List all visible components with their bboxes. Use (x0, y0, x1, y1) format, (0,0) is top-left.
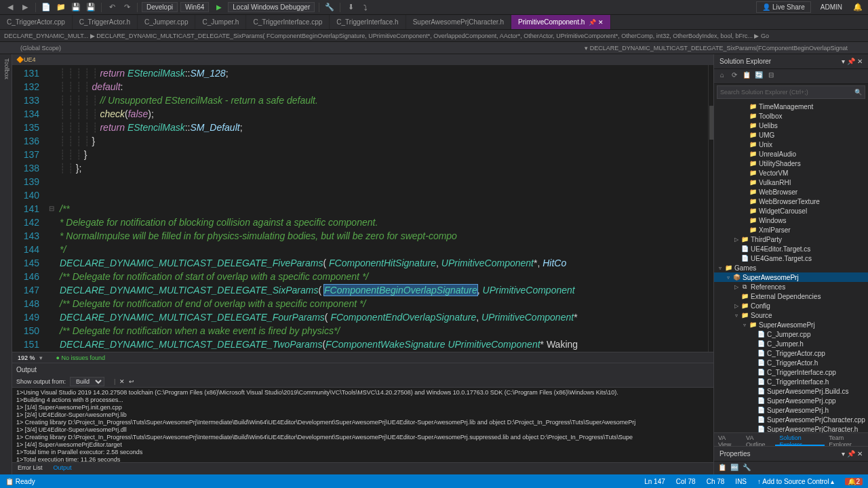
redo-icon[interactable]: ↷ (121, 1, 133, 14)
tab-c_triggerinterface-cpp[interactable]: C_TriggerInterface.cpp (246, 15, 330, 29)
tree-item-webbrowsertexture[interactable]: 📁WebBrowserTexture (714, 197, 868, 206)
tree-item-ue4editor-target-cs[interactable]: 📄UE4Editor.Target.cs (714, 244, 868, 253)
output-from-dropdown[interactable]: Build (70, 377, 104, 386)
collapse-icon[interactable]: ⊟ (766, 71, 776, 82)
tree-item-superawesomeprjcharacter-h[interactable]: 📄SuperAwesomePrjCharacter.h (714, 424, 868, 432)
panel-tab-team-explorer[interactable]: Team Explorer (825, 433, 868, 446)
zoom-level[interactable]: 192 % (18, 354, 35, 361)
back-icon[interactable]: ◀ (4, 1, 16, 14)
step-icon[interactable]: ⬇ (344, 1, 357, 14)
open-icon[interactable]: 📁 (55, 1, 67, 14)
issues-status[interactable]: ● No issues found (56, 354, 105, 361)
tree-item-windows[interactable]: 📁Windows (714, 216, 868, 225)
alpha-icon[interactable]: 🔤 (729, 464, 740, 474)
categorize-icon[interactable]: 📋 (717, 464, 728, 474)
tree-item-ue4game-target-cs[interactable]: 📄UE4Game.Target.cs (714, 253, 868, 263)
tree-item-xmlparser[interactable]: 📁XmlParser (714, 225, 868, 235)
tree-item-superawesomeprj[interactable]: ▿📁SuperAwesomePrj (714, 320, 868, 329)
undo-icon[interactable]: ↶ (106, 1, 118, 14)
solution-tree[interactable]: 📁TimeManagement📁Toolbox📁Uelibs📁UMG📁Unix📁… (714, 100, 868, 432)
tree-item-superawesomeprj[interactable]: ▿📦SuperAwesomePrj (714, 272, 868, 282)
tree-item-vulkanrhi[interactable]: 📁VulkanRHI (714, 178, 868, 187)
run-icon[interactable]: ▶ (213, 1, 225, 14)
tree-item-superawesomeprj-h[interactable]: 📄SuperAwesomePrj.h (714, 405, 868, 415)
admin-badge: ADMIN (816, 2, 846, 12)
tree-item-thirdparty[interactable]: ▷📁ThirdParty (714, 235, 868, 244)
tree-item-unix[interactable]: 📁Unix (714, 140, 868, 149)
tree-item-superawesomeprjcharacter-cpp[interactable]: 📄SuperAwesomePrjCharacter.cpp (714, 415, 868, 424)
panel-tab-va-outline[interactable]: VA Outline (742, 433, 775, 446)
tab-c_jumper-cpp[interactable]: C_Jumper.cpp (138, 15, 195, 29)
breadcrumb[interactable]: DECLARE_DYNAMIC_MULT... ▶ DECLARE_DYNAMI… (0, 30, 868, 42)
tree-item-c_jumper-h[interactable]: 📄C_Jumper.h (714, 339, 868, 348)
tree-item-c_triggerinterface-cpp[interactable]: 📄C_TriggerInterface.cpp (714, 367, 868, 377)
tree-item-unrealaudio[interactable]: 📁UnrealAudio (714, 149, 868, 159)
tree-item-widgetcarousel[interactable]: 📁WidgetCarousel (714, 206, 868, 216)
new-icon[interactable]: 📄 (40, 1, 52, 14)
tab-c_triggeractor-h[interactable]: C_TriggerActor.h (73, 15, 138, 29)
wrap-icon[interactable]: ↩ (129, 378, 134, 385)
scrollbar[interactable] (708, 65, 713, 352)
tree-item-webbrowser[interactable]: 📁WebBrowser (714, 187, 868, 197)
platform-dropdown[interactable]: Win64 (180, 2, 209, 12)
solution-explorer-title: Solution Explorer ▾ 📌 ✕ (714, 54, 868, 69)
tree-item-external-dependencies[interactable]: 📁External Dependencies (714, 291, 868, 301)
sync-icon[interactable]: ⟳ (729, 71, 740, 82)
tab-superawesomeprjcharacter-h[interactable]: SuperAwesomePrjCharacter.h (406, 15, 511, 29)
step-over-icon[interactable]: ⤵ (359, 1, 372, 14)
output-tab-error-list[interactable]: Error List (12, 463, 48, 474)
code-editor[interactable]: 🔶 UE4 1311321331341351361371381391401411… (12, 54, 713, 474)
tree-item-utilityshaders[interactable]: 📁UtilityShaders (714, 159, 868, 168)
add-source-control[interactable]: ↑ Add to Source Control ▴ (757, 478, 834, 485)
panel-tab-va-view[interactable]: VA View (714, 433, 742, 446)
showall-icon[interactable]: 📋 (741, 71, 752, 82)
tree-item-source[interactable]: ▿📁Source (714, 310, 868, 320)
save-all-icon[interactable]: 💾 (85, 1, 97, 14)
tree-item-timemanagement[interactable]: 📁TimeManagement (714, 102, 868, 111)
tab-c_triggerinterface-h[interactable]: C_TriggerInterface.h (330, 15, 406, 29)
run-target-dropdown[interactable]: Local Windows Debugger (228, 2, 315, 12)
tree-item-games[interactable]: ▿📁Games (714, 263, 868, 272)
tab-primitivecomponent-h[interactable]: PrimitiveComponent.h📌 ✕ (511, 15, 611, 29)
status-ch: Ch 78 (707, 478, 725, 485)
notif-count[interactable]: 🔔2 (845, 478, 863, 485)
home-icon[interactable]: ⌂ (717, 71, 728, 82)
tree-item-toolbox[interactable]: 📁Toolbox (714, 111, 868, 121)
tree-item-vectorvm[interactable]: 📁VectorVM (714, 168, 868, 178)
output-tab-output[interactable]: Output (48, 463, 77, 474)
tree-item-c_triggeractor-h[interactable]: 📄C_TriggerActor.h (714, 358, 868, 367)
tree-item-c_jumper-cpp[interactable]: 📄C_Jumper.cpp (714, 329, 868, 339)
tree-item-superawesomeprj-build-cs[interactable]: 📄SuperAwesomePrj.Build.cs (714, 386, 868, 396)
tree-item-references[interactable]: ▷⧉References (714, 282, 868, 291)
panel-tab-solution-explorer[interactable]: Solution Explorer (775, 433, 825, 446)
prop-search-icon[interactable]: 🔧 (741, 464, 752, 474)
solution-search[interactable]: Search Solution Explorer (Ctrl+;) 🔍 (717, 85, 865, 99)
output-title: Output (12, 363, 713, 375)
debug-icon[interactable]: 🔧 (323, 1, 336, 14)
pin-icon[interactable]: ▾ 📌 ✕ (842, 450, 863, 458)
forward-icon[interactable]: ▶ (19, 1, 31, 14)
tree-item-config[interactable]: ▷📁Config (714, 301, 868, 310)
refresh-icon[interactable]: 🔄 (753, 71, 764, 82)
tree-item-c_triggerinterface-h[interactable]: 📄C_TriggerInterface.h (714, 377, 868, 386)
tab-c_jumper-h[interactable]: C_Jumper.h (195, 15, 246, 29)
output-text[interactable]: 1>Using Visual Studio 2019 14.20.27508 t… (12, 388, 713, 462)
pin-icon[interactable]: ▾ 📌 ✕ (842, 58, 863, 65)
save-icon[interactable]: 💾 (70, 1, 82, 14)
toolbox-tab[interactable]: Toolbox (0, 54, 12, 83)
scope-member[interactable]: ▾ DECLARE_DYNAMIC_MULTICAST_DELEGATE_Six… (571, 45, 861, 52)
tree-item-uelibs[interactable]: 📁Uelibs (714, 121, 868, 130)
fold-gutter[interactable]: ⊟ (46, 65, 57, 352)
scope-global[interactable]: (Global Scope) (7, 45, 75, 52)
tree-item-umg[interactable]: 📁UMG (714, 130, 868, 140)
config-dropdown[interactable]: Developi (142, 2, 178, 12)
tree-item-superawesomeprj-cpp[interactable]: 📄SuperAwesomePrj.cpp (714, 396, 868, 405)
clear-icon[interactable]: ✕ (119, 378, 125, 385)
tree-item-c_triggeractor-cpp[interactable]: 📄C_TriggerActor.cpp (714, 348, 868, 358)
search-icon: 🔍 (854, 89, 862, 96)
code-text[interactable]: ┊ ┊ ┊ ┊ ┊ return EStencilMask::SM_128;┊ … (57, 65, 708, 352)
notif-icon[interactable]: 🔔 (852, 1, 864, 14)
live-share-button[interactable]: 👤 Live Share (756, 1, 811, 13)
left-toolbox: Toolbox (0, 54, 12, 474)
tab-c_triggeractor-cpp[interactable]: C_TriggerActor.cpp (0, 15, 73, 29)
